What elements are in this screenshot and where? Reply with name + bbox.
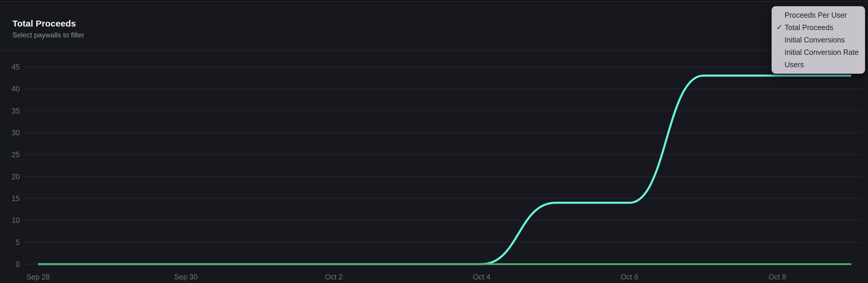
analytics-chart-panel: Total Proceeds Select paywalls to filter… — [0, 0, 868, 283]
menu-item-total-proceeds[interactable]: ✓Total Proceeds — [772, 22, 865, 34]
y-tick-label-20: 20 — [0, 172, 20, 181]
y-tick-label-15: 15 — [0, 194, 20, 203]
x-tick-label-oct-4: Oct 4 — [455, 272, 508, 282]
menu-item-initial-conversions[interactable]: Initial Conversions — [772, 34, 865, 46]
x-tick-label-oct-6: Oct 6 — [603, 272, 656, 282]
x-tick-label-oct-8: Oct 8 — [751, 272, 804, 282]
metric-dropdown-menu: Proceeds Per User✓Total ProceedsInitial … — [772, 6, 865, 74]
y-tick-label-45: 45 — [0, 63, 20, 71]
menu-item-label: Initial Conversions — [784, 36, 845, 44]
y-tick-label-5: 5 — [0, 238, 20, 247]
menu-item-label: Proceeds Per User — [784, 11, 847, 20]
total-proceeds-chart: 051015202530354045 Sep 28Sep 30Oct 2Oct … — [0, 0, 868, 283]
menu-item-users[interactable]: Users — [772, 58, 865, 71]
menu-item-label: Total Proceeds — [784, 23, 833, 32]
menu-item-proceeds-per-user[interactable]: Proceeds Per User — [772, 9, 865, 22]
y-tick-label-0: 0 — [0, 260, 20, 269]
x-tick-label-oct-2: Oct 2 — [307, 272, 360, 282]
line-chart-canvas — [0, 0, 868, 283]
x-tick-label-sep-28: Sep 28 — [11, 272, 65, 282]
y-tick-label-40: 40 — [0, 84, 20, 93]
y-tick-label-25: 25 — [0, 150, 20, 159]
y-tick-label-30: 30 — [0, 128, 20, 137]
check-icon: ✓ — [776, 23, 782, 32]
menu-item-initial-conversion-rate[interactable]: Initial Conversion Rate — [772, 46, 865, 58]
menu-item-label: Users — [784, 60, 804, 69]
x-tick-label-sep-30: Sep 30 — [159, 272, 213, 282]
menu-item-label: Initial Conversion Rate — [784, 48, 859, 57]
y-tick-label-35: 35 — [0, 106, 20, 115]
series-teal-line — [38, 76, 851, 264]
y-tick-label-10: 10 — [0, 216, 20, 225]
